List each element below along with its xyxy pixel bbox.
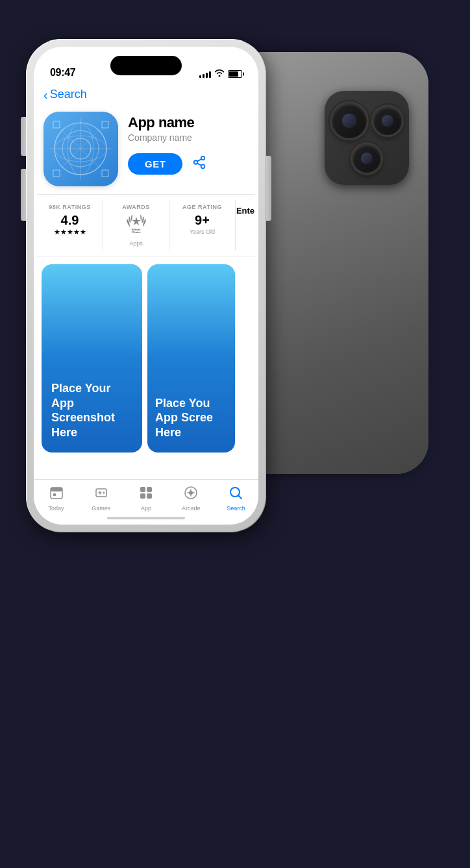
- camera-lens-tele: [352, 144, 381, 173]
- stat-age-sub: Years Old: [190, 229, 215, 235]
- get-button[interactable]: GET: [128, 153, 182, 175]
- svg-point-28: [189, 491, 193, 495]
- stat-ratings-value: 4.9: [61, 213, 79, 227]
- svg-rect-25: [140, 493, 145, 499]
- tab-games-label: Games: [92, 505, 110, 512]
- editors-choice-badge: Editors' Choice: [123, 213, 149, 239]
- stat-stars: ★★★★★: [54, 228, 86, 236]
- app-company: Company name: [128, 132, 249, 143]
- today-icon: [49, 485, 64, 503]
- games-icon: [93, 485, 109, 503]
- svg-point-22: [103, 493, 105, 494]
- stat-age: AGE RATING 9+ Years Old: [169, 200, 236, 251]
- tab-games[interactable]: Games: [79, 485, 123, 512]
- arcade-icon: [183, 485, 199, 503]
- svg-rect-26: [147, 493, 152, 499]
- tab-app-label: App: [141, 505, 151, 512]
- share-icon[interactable]: [192, 155, 206, 173]
- screenshots-row: Place YourApp ScreenshotHere Place YouAp…: [34, 256, 258, 458]
- stat-extra-value: Ente: [236, 206, 254, 216]
- screenshot-1-text: Place YourApp ScreenshotHere: [51, 381, 132, 440]
- camera-lens-main: [332, 103, 367, 138]
- nav-back[interactable]: ‹ Search: [34, 82, 258, 105]
- signal-bar-1: [199, 75, 201, 78]
- signal-bar-2: [203, 74, 204, 78]
- tab-today[interactable]: Today: [34, 485, 79, 512]
- screenshot-2-text: Place YouApp ScreeHere: [155, 396, 213, 440]
- svg-marker-15: [132, 217, 140, 225]
- camera-module: [325, 91, 409, 185]
- stat-awards-label: AWARDS: [122, 204, 150, 210]
- screenshot-2: Place YouApp ScreeHere: [147, 264, 235, 453]
- tab-arcade-label: Arcade: [182, 505, 201, 512]
- tab-search[interactable]: Search: [214, 485, 258, 512]
- signal-bars-icon: [199, 70, 211, 78]
- svg-rect-24: [147, 487, 152, 492]
- side-button-volume: [21, 169, 26, 221]
- stat-extra: Ente: [236, 200, 255, 251]
- tab-search-label: Search: [227, 505, 245, 512]
- tab-app[interactable]: App: [123, 485, 168, 512]
- screenshot-1: Place YourApp ScreenshotHere: [42, 264, 142, 453]
- back-chevron-icon: ‹: [43, 88, 48, 101]
- signal-bar-3: [206, 73, 208, 78]
- stat-awards: AWARDS: [103, 200, 169, 251]
- app-info: App name Company name GET: [128, 112, 249, 175]
- svg-rect-23: [140, 487, 145, 492]
- status-time: 09:47: [50, 67, 75, 79]
- back-label[interactable]: Search: [50, 88, 87, 101]
- app-name: App name: [128, 115, 249, 130]
- tab-today-label: Today: [49, 505, 64, 512]
- svg-rect-20: [53, 493, 56, 496]
- svg-rect-19: [51, 488, 62, 491]
- status-icons: [199, 69, 242, 79]
- stat-ratings: 98k RATINGS 4.9 ★★★★★: [37, 200, 103, 251]
- battery-icon: [228, 70, 242, 78]
- phone-body: 09:47: [26, 39, 266, 532]
- app-content: ‹ Search: [34, 82, 258, 479]
- signal-bar-4: [209, 71, 211, 78]
- dynamic-island: [110, 56, 182, 75]
- side-button-power: [266, 156, 271, 221]
- search-icon: [228, 485, 243, 503]
- wifi-icon: [214, 69, 225, 79]
- stat-awards-sub: Apps: [129, 240, 143, 247]
- app-icon-tab: [138, 485, 154, 503]
- get-button-row: GET: [128, 153, 249, 175]
- stats-row: 98k RATINGS 4.9 ★★★★★ AWARDS: [37, 194, 255, 256]
- side-button-mute: [21, 117, 26, 156]
- stat-age-label: AGE RATING: [182, 204, 222, 210]
- tab-arcade[interactable]: Arcade: [169, 485, 214, 512]
- phone-front: 09:47: [26, 39, 266, 532]
- scene: 09:47: [0, 0, 470, 868]
- app-icon: [43, 112, 118, 186]
- svg-point-21: [103, 491, 105, 493]
- svg-text:Choice: Choice: [132, 230, 141, 234]
- home-indicator: [107, 517, 185, 519]
- screen: 09:47: [34, 47, 258, 525]
- stat-age-value: 9+: [195, 213, 210, 227]
- app-header: App name Company name GET: [34, 105, 258, 194]
- editors-choice-icon: Editors' Choice: [123, 213, 149, 239]
- camera-lens-ultra: [373, 106, 402, 135]
- stat-ratings-label: 98k RATINGS: [49, 204, 90, 210]
